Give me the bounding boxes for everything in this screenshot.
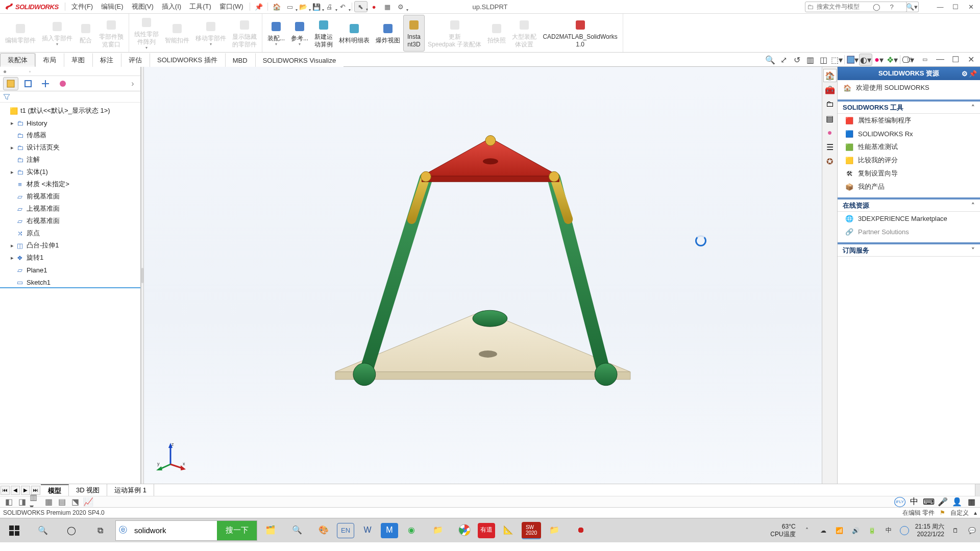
- vscroll-placeholder[interactable]: [975, 484, 980, 496]
- tray-chevron-up-icon[interactable]: ˄: [802, 525, 812, 536]
- menu-item[interactable]: 插入(I): [158, 0, 185, 13]
- tree-row[interactable]: ▭Sketch1: [0, 276, 140, 288]
- fm-tab-property[interactable]: [20, 77, 36, 90]
- zoom-area-icon[interactable]: ⤢: [777, 54, 790, 66]
- appearance-icon[interactable]: ●▾: [872, 54, 886, 66]
- pin-icon[interactable]: 📌: [252, 1, 265, 12]
- tray-cpu-temp[interactable]: 63°CCPU温度: [770, 523, 795, 538]
- tray-cloud-icon[interactable]: ☁: [818, 525, 828, 536]
- mdi-close-button[interactable]: ✕: [964, 54, 978, 64]
- tb-search-icon[interactable]: 🔍: [29, 518, 57, 543]
- tray-input-icon[interactable]: [900, 526, 909, 535]
- bt-nav-next[interactable]: ▶: [21, 486, 30, 495]
- tree-expander[interactable]: ▸: [9, 242, 15, 249]
- mdi-split2-icon[interactable]: ▭: [918, 54, 932, 64]
- open-icon[interactable]: 📂▾: [297, 1, 310, 12]
- tb-app-en[interactable]: EN: [337, 523, 354, 538]
- menu-item[interactable]: 视图(V): [128, 0, 158, 13]
- view-orient-icon[interactable]: ⬚▾: [830, 54, 843, 66]
- lt-btn-1[interactable]: ◧: [3, 497, 14, 507]
- ribbon-button[interactable]: 参考...▾: [288, 15, 311, 52]
- scene-icon[interactable]: ❖▾: [886, 54, 899, 66]
- restore-button[interactable]: ☐: [948, 2, 963, 12]
- bottom-tab[interactable]: 3D 视图: [69, 484, 107, 496]
- tb-app-files[interactable]: 📁: [425, 518, 451, 543]
- fm-filter-row[interactable]: [0, 91, 140, 103]
- cm-tab[interactable]: SOLIDWORKS 插件: [150, 53, 225, 67]
- acc-mic-icon[interactable]: 🎤: [937, 497, 948, 507]
- tb-app-word[interactable]: W: [354, 518, 381, 543]
- mdi-restore-button[interactable]: ☐: [948, 54, 963, 64]
- user-icon[interactable]: ◯: [870, 1, 883, 12]
- close-button[interactable]: ✕: [964, 2, 978, 12]
- acc-lang-icon[interactable]: 中: [909, 497, 920, 507]
- tray-notification-icon[interactable]: 💬: [967, 525, 977, 536]
- tree-row[interactable]: ▸🗀设计活页夹: [0, 141, 140, 154]
- tray-volume-icon[interactable]: 🔊: [851, 525, 861, 536]
- tray-ime[interactable]: 中: [884, 525, 894, 536]
- ribbon-button[interactable]: Instant3D: [403, 15, 425, 52]
- sidepane-item[interactable]: 📦我的产品: [838, 180, 980, 193]
- tree-row[interactable]: 🟨t1 (默认<<默认>_显示状态 1>): [0, 105, 140, 117]
- rtp-custom-icon[interactable]: ☰: [823, 140, 837, 154]
- view-triad[interactable]: z y x: [156, 441, 187, 471]
- acc-keyboard-icon[interactable]: ⌨: [923, 497, 934, 507]
- cm-tab[interactable]: 装配体: [0, 53, 35, 67]
- ribbon-button[interactable]: 材料明细表: [336, 15, 373, 52]
- lt-btn-7[interactable]: 📈: [83, 497, 94, 507]
- tree-row[interactable]: ≡材质 <未指定>: [0, 178, 140, 190]
- graphics-viewport[interactable]: z y x: [144, 67, 822, 484]
- rtp-forum-icon[interactable]: ✪: [823, 155, 837, 168]
- tree-expander[interactable]: ▸: [9, 255, 15, 261]
- zoom-fit-icon[interactable]: 🔍: [764, 54, 777, 66]
- lt-btn-4[interactable]: ▦: [43, 497, 54, 507]
- print-icon[interactable]: 🖨▾: [323, 1, 336, 12]
- tree-row[interactable]: ▸◫凸台-拉伸1: [0, 239, 140, 252]
- sidepane-item[interactable]: 🛠复制设置向导: [838, 167, 980, 180]
- tb-app-everything[interactable]: 🔍: [284, 518, 310, 543]
- sidepane-section-tools[interactable]: SOLIDWORKS 工具˄: [838, 99, 980, 114]
- tree-expander[interactable]: ▸: [9, 144, 15, 151]
- new-icon[interactable]: ▭▾: [283, 1, 297, 12]
- tree-row[interactable]: 🗀注解: [0, 154, 140, 166]
- tb-app-solidworks[interactable]: SW2020: [522, 522, 541, 539]
- tb-app-record[interactable]: ⏺: [568, 518, 594, 543]
- tree-row[interactable]: ▸🗀History: [0, 117, 140, 129]
- fm-tab-display[interactable]: [55, 77, 70, 90]
- status-dropdown-icon[interactable]: ▴: [974, 509, 977, 516]
- lt-btn-5[interactable]: ▤: [56, 497, 67, 507]
- search-dropdown[interactable]: 🔍▾: [905, 2, 919, 12]
- tb-taskview-icon[interactable]: ⧉: [86, 518, 114, 543]
- start-button[interactable]: [0, 518, 29, 543]
- bt-nav-prev[interactable]: ◀: [11, 486, 20, 495]
- taskbar-search-box[interactable]: ⓔ 搜一下: [115, 520, 257, 541]
- menu-item[interactable]: 工具(T): [185, 0, 215, 13]
- sidepane-section-online[interactable]: 在线资源˄: [838, 197, 980, 212]
- cm-tab[interactable]: 布局: [35, 53, 64, 67]
- menu-item[interactable]: 窗口(W): [215, 0, 248, 13]
- taskbar-search-input[interactable]: [130, 521, 217, 540]
- tb-app-youdao[interactable]: 有道: [478, 523, 495, 538]
- tree-expander[interactable]: ▸: [9, 120, 15, 127]
- tb-app-matlab[interactable]: 📐: [495, 518, 522, 543]
- fm-breadcrumb-bar[interactable]: ● ◦: [0, 67, 140, 76]
- ribbon-button[interactable]: 爆炸视图: [373, 15, 403, 52]
- tray-clock[interactable]: 21:15 周六2022/1/22: [915, 523, 944, 538]
- sidepane-collapse-icon[interactable]: «: [826, 69, 836, 78]
- cm-tab[interactable]: MBD: [225, 53, 255, 67]
- minimize-button[interactable]: —: [933, 2, 947, 12]
- tb-cortana-icon[interactable]: ◯: [57, 518, 86, 543]
- ribbon-button[interactable]: CAD2MATLAB_SolidWorks1.0: [540, 15, 620, 52]
- sidepane-item[interactable]: 🌐3DEXPERIENCE Marketplace: [838, 212, 980, 225]
- options-grid-icon[interactable]: ▦: [381, 1, 394, 12]
- cm-tab[interactable]: 标注: [92, 53, 121, 67]
- tree-row[interactable]: 🗀传感器: [0, 129, 140, 141]
- rtp-properties-icon[interactable]: ▤: [823, 112, 837, 125]
- sidepane-pin-icon[interactable]: 📌: [969, 70, 977, 78]
- rtp-library-icon[interactable]: 🗀: [823, 97, 837, 111]
- tray-battery-icon[interactable]: 🔋: [867, 525, 877, 536]
- help-icon[interactable]: ?: [885, 1, 898, 12]
- sidepane-item[interactable]: 🟥属性标签编制程序: [838, 114, 980, 127]
- fm-tab-config[interactable]: [38, 77, 53, 90]
- home-icon[interactable]: 🏠: [270, 1, 283, 12]
